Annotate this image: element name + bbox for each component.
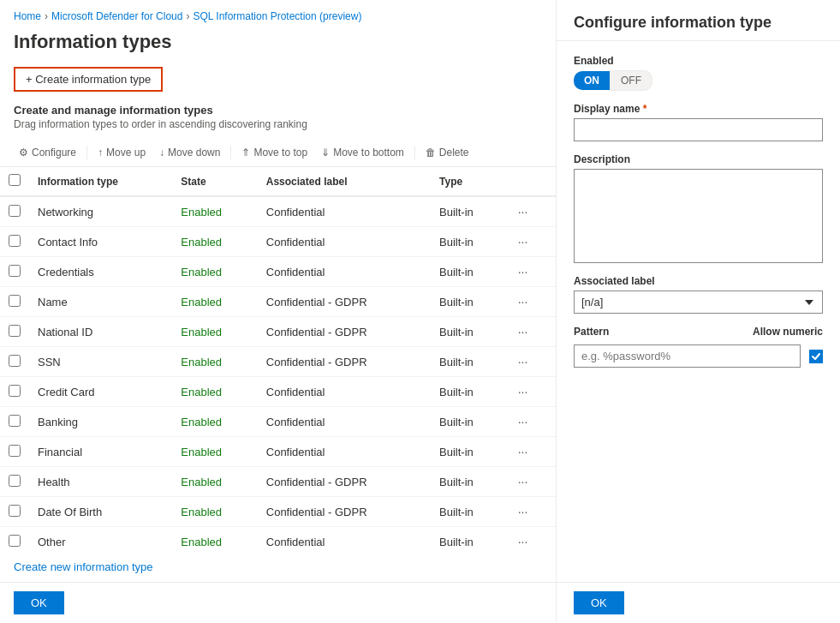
table-row: Other Enabled Confidential Built-in ··· [0,527,556,553]
row-checkbox-8[interactable] [9,445,21,457]
row-label: Confidential - GDPR [258,317,431,347]
display-name-label: Display name * [574,103,823,115]
row-type: Built-in [431,407,506,437]
row-name: Date Of Birth [29,497,172,527]
row-checkbox-9[interactable] [9,475,21,487]
row-more-button-1[interactable]: ··· [515,233,532,250]
row-actions-cell: ··· [506,287,556,317]
row-checkbox-5[interactable] [9,355,21,367]
delete-button[interactable]: 🗑 Delete [420,144,474,161]
row-label: Confidential - GDPR [258,347,431,377]
ok-bar-left: OK [0,582,556,623]
row-checkbox-cell [0,497,29,527]
ok-bar-right: OK [557,582,840,623]
description-sub: Drag information types to order in ascen… [14,118,542,130]
left-panel: Home › Microsoft Defender for Cloud › SQ… [0,0,557,623]
row-checkbox-4[interactable] [9,325,21,337]
row-more-button-2[interactable]: ··· [515,263,532,280]
row-label: Confidential [258,527,431,553]
table-row: National ID Enabled Confidential - GDPR … [0,317,556,347]
row-state: Enabled [172,317,257,347]
select-all-checkbox[interactable] [9,174,21,186]
breadcrumb-sql[interactable]: SQL Information Protection (preview) [193,10,361,22]
row-more-button-11[interactable]: ··· [515,533,532,550]
description-textarea[interactable] [574,169,823,263]
row-checkbox-cell [0,527,29,553]
display-name-field: Display name * [574,103,823,141]
row-more-button-10[interactable]: ··· [515,503,532,520]
checkmark-icon [812,353,820,360]
row-label: Confidential - GDPR [258,497,431,527]
row-actions-cell: ··· [506,317,556,347]
ok-button-right[interactable]: OK [574,591,624,614]
row-actions-cell: ··· [506,196,556,227]
pattern-input[interactable] [574,344,801,368]
row-state: Enabled [172,527,257,553]
row-checkbox-7[interactable] [9,415,21,427]
display-name-input[interactable] [574,118,823,141]
breadcrumb-home[interactable]: Home [14,10,41,22]
row-checkbox-cell [0,257,29,287]
description-bold: Create and manage information types [14,104,542,117]
row-more-button-4[interactable]: ··· [515,323,532,340]
create-information-type-button[interactable]: + Create information type [14,67,163,92]
create-new-information-type-link[interactable]: Create new information type [14,560,153,573]
row-actions-cell: ··· [506,257,556,287]
row-actions-cell: ··· [506,437,556,467]
move-to-top-icon: ⇑ [241,147,250,159]
row-type: Built-in [431,227,506,257]
breadcrumb-defender[interactable]: Microsoft Defender for Cloud [51,10,182,22]
row-checkbox-cell [0,467,29,497]
toggle-on-button[interactable]: ON [574,71,610,90]
breadcrumb-sep-2: › [186,10,189,22]
right-panel-header: Configure information type [557,0,840,41]
row-actions-cell: ··· [506,497,556,527]
row-state: Enabled [172,287,257,317]
move-up-button[interactable]: ↑ Move up [92,144,151,161]
right-panel-title: Configure information type [574,14,823,32]
col-actions [506,167,556,196]
row-name: Financial [29,437,172,467]
row-checkbox-11[interactable] [9,535,21,547]
row-more-button-8[interactable]: ··· [515,443,532,460]
row-more-button-7[interactable]: ··· [515,413,532,430]
row-more-button-0[interactable]: ··· [515,203,532,220]
associated-label-select[interactable]: [n/a] Confidential Confidential - GDPR G… [574,291,823,314]
toolbar-sep-1 [86,146,87,159]
toolbar-sep-2 [230,146,231,159]
row-checkbox-2[interactable] [9,265,21,277]
row-checkbox-1[interactable] [9,235,21,247]
move-down-label: Move down [168,147,220,159]
information-types-table-wrapper: Information type State Associated label … [0,167,556,552]
row-checkbox-3[interactable] [9,295,21,307]
row-checkbox-10[interactable] [9,505,21,517]
row-more-button-5[interactable]: ··· [515,353,532,370]
allow-numeric-checkbox[interactable] [809,350,823,363]
row-state: Enabled [172,227,257,257]
enabled-field: Enabled ON OFF [574,55,823,91]
row-state: Enabled [172,467,257,497]
row-more-button-9[interactable]: ··· [515,473,532,490]
row-more-button-6[interactable]: ··· [515,383,532,400]
row-checkbox-6[interactable] [9,385,21,397]
row-label: Confidential - GDPR [258,287,431,317]
allow-numeric-col-label: Allow numeric [729,326,823,338]
move-to-bottom-button[interactable]: ⇓ Move to bottom [316,144,409,161]
row-label: Confidential - GDPR [258,467,431,497]
configure-button[interactable]: ⚙ Configure [14,144,81,161]
breadcrumb: Home › Microsoft Defender for Cloud › SQ… [0,0,556,27]
row-more-button-3[interactable]: ··· [515,293,532,310]
move-down-button[interactable]: ↓ Move down [154,144,225,161]
row-state: Enabled [172,257,257,287]
move-up-label: Move up [106,147,146,159]
row-state: Enabled [172,196,257,227]
ok-button-left[interactable]: OK [14,591,64,614]
toggle-off-button[interactable]: OFF [610,70,652,91]
move-to-top-button[interactable]: ⇑ Move to top [236,144,313,161]
row-checkbox-0[interactable] [9,205,21,217]
toggle-container: ON OFF [574,70,652,91]
associated-label-label: Associated label [574,275,823,287]
breadcrumb-sep-1: › [45,10,48,22]
row-actions-cell: ··· [506,467,556,497]
row-checkbox-cell [0,196,29,227]
